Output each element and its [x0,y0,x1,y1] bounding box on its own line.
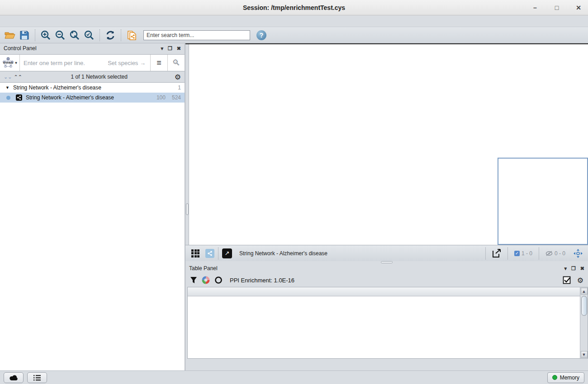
vertical-scrollbar[interactable]: ▲ ▼ [580,287,588,358]
search-input[interactable] [143,30,250,40]
collection-expand-icon[interactable]: ▼ [5,85,9,90]
network-share-button[interactable] [205,249,214,258]
string-logo[interactable]: STRING ▾ [0,55,20,71]
control-panel: Control Panel ▾ ❒ ✖ STRING ▾ Set species… [0,43,185,370]
grid-mode-button[interactable] [188,247,203,260]
memory-status-dot [552,375,557,380]
task-history-button[interactable] [4,372,24,383]
node-count: 100 [156,94,166,101]
edge-count: 524 [172,94,181,101]
network-canvas[interactable] [185,43,588,245]
network-view-title: String Network - Alzheimer's disease [235,250,482,257]
collection-label: String Network - Alzheimer's disease [13,84,101,91]
zoom-in-button[interactable] [38,28,53,42]
table-panel-tabs [185,359,588,370]
network-label: String Network - Alzheimer's disease [26,94,114,101]
string-search-button[interactable]: 🔍︎ [167,55,185,71]
toolbar-separator [539,247,539,260]
zoom-in-icon [40,30,51,41]
panel-menu-icon[interactable]: ▾ [161,46,163,52]
network-navigator[interactable] [498,158,588,245]
network-selected-label: 1 of 1 Network selected [24,74,175,80]
table-header-row [188,287,580,296]
grid-icon [191,249,199,258]
scroll-up-button[interactable]: ▲ [581,288,588,295]
hidden-count-badge: 0 - 0 [543,250,568,257]
enrichment-toolbar: PPI Enrichment: 1.0E-16 ⚙︎ [185,273,588,287]
maximize-button[interactable]: □ [551,4,563,11]
splitter-grip[interactable] [186,203,189,215]
help-button[interactable]: ? [256,30,266,40]
toolbar-separator [121,29,121,41]
panel-menu-icon[interactable]: ▾ [564,266,567,272]
float-panel-icon[interactable]: ❒ [571,266,576,272]
float-panel-icon[interactable]: ❒ [168,46,172,52]
collapse-all-icon[interactable]: ⌄⌄ [4,74,12,80]
export-view-button[interactable] [489,247,504,260]
control-panel-title: Control Panel [4,45,156,52]
reset-ring-icon[interactable] [214,276,223,284]
table-panel-title: Table Panel [189,265,560,272]
string-logo-icon: STRING [2,57,14,69]
zoom-fit-icon [69,30,80,41]
close-button[interactable]: ✕ [573,4,584,11]
splitter-grip[interactable] [381,261,393,263]
zoom-out-icon [55,30,66,41]
network-view-toolbar: ↗ String Network - Alzheimer's disease ✓… [185,245,588,261]
hidden-eye-icon [545,251,553,256]
set-species-label[interactable]: Set species → [108,60,150,66]
toolbar-separator [218,247,218,260]
close-panel-icon[interactable]: ✖ [580,266,584,272]
network-options-gear-icon[interactable]: ⚙︎ [175,73,181,81]
cloud-icon [9,375,18,381]
select-checkbox-icon[interactable] [563,276,571,284]
toolbar-separator [100,29,100,41]
main-toolbar: ? [0,27,588,43]
share-icon [207,251,213,256]
network-row-selected[interactable]: String Network - Alzheimer's disease 100… [0,93,185,103]
birds-eye-icon [573,248,583,258]
string-search-bar: STRING ▾ Set species → ≡ 🔍︎ [0,54,185,71]
horizontal-splitter[interactable] [185,261,588,263]
export-icon [492,248,502,258]
scroll-thumb[interactable] [581,296,587,316]
network-collection-row[interactable]: ▼ String Network - Alzheimer's disease 1 [0,83,185,93]
zoom-selected-button[interactable] [82,28,96,42]
minimize-button[interactable]: – [529,4,541,11]
chart-donut-icon[interactable] [202,276,210,284]
clipboard-network-icon [126,30,137,41]
open-session-button[interactable] [3,28,17,42]
zoom-fit-button[interactable] [67,28,82,42]
string-query-input[interactable] [20,60,108,66]
enrichment-settings-gear-icon[interactable]: ⚙︎ [577,276,583,285]
string-network-icon [16,94,22,101]
navigator-map[interactable] [498,159,587,244]
enrichment-table: ▲ ▼ [187,287,588,359]
title-bar: Session: /tmp/enrichmentTest.cys – □ ✕ [0,0,588,15]
refresh-button[interactable] [103,28,118,42]
control-panel-header: Control Panel ▾ ❒ ✖ [0,43,185,53]
task-list-button[interactable] [27,372,47,383]
scroll-down-button[interactable]: ▼ [581,351,588,358]
memory-label: Memory [560,375,579,381]
collection-count: 1 [178,84,181,91]
string-options-button[interactable]: ≡ [150,55,167,71]
memory-button[interactable]: Memory [547,372,584,383]
detach-view-button[interactable]: ↗ [222,248,232,258]
menu-bar [0,15,588,27]
network-selection-row: ⌄⌄ ⌃⌃ 1 of 1 Network selected ⚙︎ [0,71,185,82]
filter-icon[interactable] [190,276,197,284]
expand-all-icon[interactable]: ⌃⌃ [14,74,22,80]
navigator-toggle-button[interactable] [571,247,585,260]
network-from-clipboard-button[interactable] [124,28,139,42]
save-session-button[interactable] [17,28,32,42]
svg-text:STRING: STRING [3,61,14,64]
panel-splitter[interactable] [185,44,189,245]
table-panel: Table Panel ▾ ❒ ✖ PPI Enrichment: 1.0E-1… [185,263,588,370]
zoom-out-button[interactable] [53,28,67,42]
selected-check-icon: ✓ [514,251,520,256]
close-panel-icon[interactable]: ✖ [177,46,181,52]
string-dropdown-arrow: ▾ [15,61,17,65]
open-folder-icon [5,31,15,40]
ppi-enrichment-label: PPI Enrichment: 1.0E-16 [230,277,294,284]
